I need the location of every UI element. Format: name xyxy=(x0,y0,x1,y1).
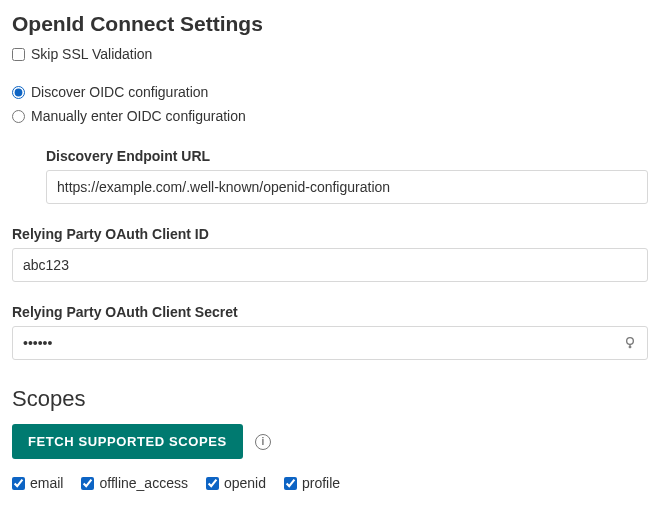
scope-checkbox-offline_access[interactable] xyxy=(81,477,94,490)
scopes-heading: Scopes xyxy=(12,386,648,412)
scope-label: profile xyxy=(302,475,340,491)
skip-ssl-label[interactable]: Skip SSL Validation xyxy=(31,46,152,62)
client-id-label: Relying Party OAuth Client ID xyxy=(12,226,648,242)
scope-checkbox-email[interactable] xyxy=(12,477,25,490)
scope-item-openid[interactable]: openid xyxy=(206,475,266,491)
info-icon[interactable]: i xyxy=(255,434,271,450)
scope-label: offline_access xyxy=(99,475,187,491)
scope-checkbox-profile[interactable] xyxy=(284,477,297,490)
discover-oidc-label[interactable]: Discover OIDC configuration xyxy=(31,84,208,100)
client-secret-label: Relying Party OAuth Client Secret xyxy=(12,304,648,320)
manual-oidc-radio[interactable] xyxy=(12,110,25,123)
scope-item-profile[interactable]: profile xyxy=(284,475,340,491)
discover-oidc-radio[interactable] xyxy=(12,86,25,99)
client-id-input[interactable] xyxy=(12,248,648,282)
scope-item-offline_access[interactable]: offline_access xyxy=(81,475,187,491)
scopes-list: emailoffline_accessopenidprofile xyxy=(12,475,648,491)
scope-label: openid xyxy=(224,475,266,491)
skip-ssl-checkbox[interactable] xyxy=(12,48,25,61)
manual-oidc-label[interactable]: Manually enter OIDC configuration xyxy=(31,108,246,124)
discovery-url-label: Discovery Endpoint URL xyxy=(46,148,648,164)
credential-icon xyxy=(622,335,638,351)
scope-checkbox-openid[interactable] xyxy=(206,477,219,490)
scope-item-email[interactable]: email xyxy=(12,475,63,491)
scope-label: email xyxy=(30,475,63,491)
discovery-url-input[interactable] xyxy=(46,170,648,204)
page-title: OpenId Connect Settings xyxy=(12,12,648,36)
fetch-scopes-button[interactable]: FETCH SUPPORTED SCOPES xyxy=(12,424,243,459)
client-secret-input[interactable] xyxy=(12,326,648,360)
svg-point-0 xyxy=(627,338,634,345)
